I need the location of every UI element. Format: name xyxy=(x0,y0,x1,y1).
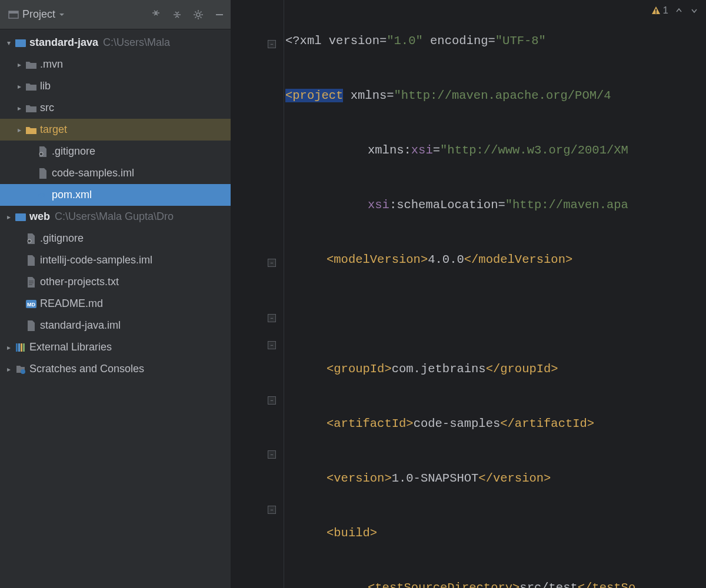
tree-node-file[interactable]: intellij-code-samples.iml xyxy=(0,249,231,271)
tree-node-target-folder[interactable]: ▸ target xyxy=(0,119,231,141)
folder-icon xyxy=(25,103,38,113)
editor-inspection-widget[interactable]: 1 xyxy=(651,5,699,16)
svg-text:MD: MD xyxy=(27,302,35,308)
chevron-right-icon: ▸ xyxy=(14,104,25,112)
warning-count: 1 xyxy=(663,5,668,16)
tree-node-folder[interactable]: ▸ .mvn xyxy=(0,54,231,75)
scratches-icon xyxy=(14,364,27,375)
code-editor[interactable]: − − − − − − − <?xml version="1.0" encodi… xyxy=(231,0,706,588)
libraries-icon xyxy=(14,342,27,353)
fold-marker-icon[interactable]: − xyxy=(268,40,276,48)
project-tree[interactable]: ▾ standard-java C:\Users\Mala ▸ .mvn ▸ l… xyxy=(0,29,231,588)
warning-badge[interactable]: 1 xyxy=(651,5,668,16)
fold-marker-icon[interactable]: − xyxy=(268,450,276,459)
chevron-right-icon: ▸ xyxy=(4,365,14,373)
file-icon xyxy=(36,168,49,179)
next-highlight-button[interactable] xyxy=(690,6,699,15)
warning-icon xyxy=(651,6,661,15)
svg-rect-15 xyxy=(23,343,25,352)
chevron-down-icon: ▾ xyxy=(4,39,14,47)
folder-icon xyxy=(25,82,38,91)
code-content[interactable]: <?xml version="1.0" encoding="UTF-8" <pr… xyxy=(284,0,672,588)
markdown-icon: MD xyxy=(25,300,38,308)
svg-rect-18 xyxy=(655,12,657,14)
tree-node-file[interactable]: code-samples.iml xyxy=(0,162,231,184)
collapse-all-button[interactable] xyxy=(171,8,184,21)
svg-rect-8 xyxy=(15,213,26,221)
tree-node-file[interactable]: standard-java.iml xyxy=(0,315,231,336)
chevron-right-icon: ▸ xyxy=(14,126,25,134)
file-icon xyxy=(25,255,38,266)
fold-marker-icon[interactable]: − xyxy=(268,396,276,405)
project-view-selector[interactable]: Project xyxy=(5,6,68,23)
chevron-right-icon: ▸ xyxy=(14,61,25,69)
module-icon xyxy=(14,38,27,48)
svg-point-9 xyxy=(28,239,31,243)
tree-node-module[interactable]: ▾ standard-java C:\Users\Mala xyxy=(0,32,231,54)
tree-node-file[interactable]: .gitignore xyxy=(0,141,231,162)
svg-rect-5 xyxy=(15,39,19,42)
text-file-icon xyxy=(25,277,38,288)
project-toolbar: Project xyxy=(0,0,231,29)
chevron-right-icon: ▸ xyxy=(4,213,14,221)
settings-button[interactable] xyxy=(192,8,205,21)
svg-rect-13 xyxy=(18,343,20,352)
prev-highlight-button[interactable] xyxy=(674,6,684,15)
tree-node-pom[interactable]: m pom.xml xyxy=(0,184,231,206)
module-icon xyxy=(14,212,27,222)
svg-rect-12 xyxy=(16,343,18,352)
editor-gutter[interactable]: − − − − − − − xyxy=(231,0,284,588)
svg-rect-14 xyxy=(21,343,22,352)
hide-button[interactable] xyxy=(213,8,226,21)
fold-marker-icon[interactable]: − xyxy=(268,506,276,514)
expand-all-button[interactable] xyxy=(149,8,162,21)
fold-marker-icon[interactable]: − xyxy=(268,341,276,349)
dropdown-triangle-icon xyxy=(59,12,65,18)
tree-node-folder[interactable]: ▸ src xyxy=(0,97,231,119)
svg-point-16 xyxy=(21,369,25,374)
tree-node-external-libraries[interactable]: ▸ External Libraries xyxy=(0,336,231,358)
tree-node-file[interactable]: MD README.md xyxy=(0,293,231,315)
tree-node-folder[interactable]: ▸ lib xyxy=(0,75,231,97)
project-tool-window: Project ▾ standard-java C:\Users\ xyxy=(0,0,231,588)
file-icon xyxy=(36,146,49,157)
chevron-right-icon: ▸ xyxy=(14,82,25,91)
tree-node-file[interactable]: other-projects.txt xyxy=(0,271,231,293)
project-icon xyxy=(8,9,19,20)
svg-point-6 xyxy=(39,152,43,156)
folder-icon xyxy=(25,60,38,69)
svg-rect-3 xyxy=(216,14,223,15)
file-icon xyxy=(25,320,38,331)
chevron-right-icon: ▸ xyxy=(4,343,14,352)
fold-marker-icon[interactable]: − xyxy=(268,259,276,267)
tree-node-file[interactable]: .gitignore xyxy=(0,228,231,249)
fold-marker-icon[interactable]: − xyxy=(268,314,276,322)
file-icon xyxy=(25,233,38,244)
folder-target-icon xyxy=(25,125,38,135)
tree-node-module[interactable]: ▸ web C:\Users\Mala Gupta\Dro xyxy=(0,206,231,228)
svg-point-2 xyxy=(197,13,200,16)
project-view-label: Project xyxy=(22,8,55,21)
tree-node-scratches[interactable]: ▸ Scratches and Consoles xyxy=(0,358,231,380)
svg-rect-17 xyxy=(655,9,657,12)
svg-rect-1 xyxy=(9,11,18,14)
maven-icon: m xyxy=(36,191,49,200)
svg-text:m: m xyxy=(38,191,45,200)
